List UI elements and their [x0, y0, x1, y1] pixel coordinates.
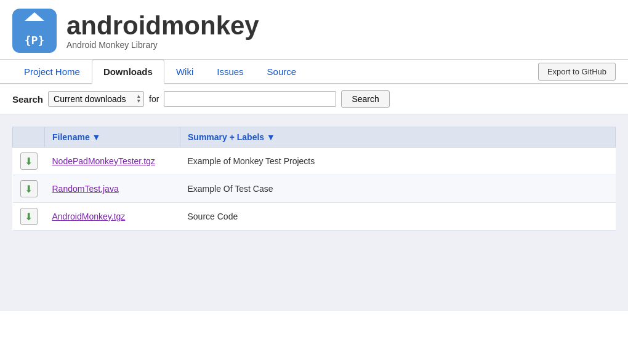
- search-select-wrapper: Current downloads All downloads ▲ ▼: [48, 91, 144, 107]
- content-area: Filename ▼ Summary + Labels ▼ ⬇NodePadMo…: [0, 114, 628, 299]
- summary-cell: Source Code: [180, 203, 616, 231]
- table-row: ⬇RandomTest.javaExample Of Test Case: [13, 175, 616, 203]
- nav-item-wiki[interactable]: Wiki: [164, 60, 205, 83]
- search-button[interactable]: Search: [341, 90, 389, 108]
- export-github-button[interactable]: Export to GitHub: [538, 63, 616, 81]
- downloads-table: Filename ▼ Summary + Labels ▼ ⬇NodePadMo…: [12, 127, 616, 231]
- nav-item-downloads[interactable]: Downloads: [92, 60, 164, 84]
- summary-cell: Example of Monkey Test Projects: [180, 148, 616, 175]
- filename-cell: AndroidMonkey.tgz: [45, 203, 180, 231]
- download-icon-button[interactable]: ⬇: [20, 152, 38, 170]
- download-icon-button[interactable]: ⬇: [20, 208, 38, 225]
- app-title-area: androidmonkey Android Monkey Library: [66, 12, 259, 50]
- search-bar: Search Current downloads All downloads ▲…: [0, 84, 628, 114]
- app-title: androidmonkey: [66, 12, 259, 40]
- summary-cell: Example Of Test Case: [180, 175, 616, 203]
- search-input[interactable]: [164, 91, 336, 107]
- nav-item-project-home[interactable]: Project Home: [12, 60, 92, 83]
- filename-cell: NodePadMonkeyTester.tgz: [45, 148, 180, 175]
- table-row: ⬇AndroidMonkey.tgzSource Code: [13, 203, 616, 231]
- col-download: [13, 127, 45, 148]
- filename-link[interactable]: AndroidMonkey.tgz: [52, 212, 126, 221]
- download-icon-button[interactable]: ⬇: [20, 180, 38, 197]
- bottom-spacer: [0, 299, 628, 311]
- page-header: androidmonkey Android Monkey Library: [0, 0, 628, 60]
- filename-link[interactable]: NodePadMonkeyTester.tgz: [52, 156, 155, 166]
- nav-item-issues[interactable]: Issues: [205, 60, 255, 83]
- app-logo: [12, 9, 57, 53]
- download-icon-cell: ⬇: [13, 175, 45, 203]
- col-filename[interactable]: Filename ▼: [45, 127, 180, 148]
- table-header-row: Filename ▼ Summary + Labels ▼: [13, 127, 616, 148]
- download-icon-cell: ⬇: [13, 148, 45, 175]
- search-label: Search: [12, 94, 43, 105]
- app-subtitle: Android Monkey Library: [66, 40, 259, 50]
- for-label: for: [149, 94, 159, 104]
- filename-link[interactable]: RandomTest.java: [52, 184, 119, 194]
- nav-item-source[interactable]: Source: [256, 60, 308, 83]
- download-icon-cell: ⬇: [13, 203, 45, 231]
- col-summary[interactable]: Summary + Labels ▼: [180, 127, 616, 148]
- filename-cell: RandomTest.java: [45, 175, 180, 203]
- nav-bar: Project Home Downloads Wiki Issues Sourc…: [0, 60, 628, 84]
- table-row: ⬇NodePadMonkeyTester.tgzExample of Monke…: [13, 148, 616, 175]
- search-scope-select[interactable]: Current downloads All downloads: [48, 91, 144, 107]
